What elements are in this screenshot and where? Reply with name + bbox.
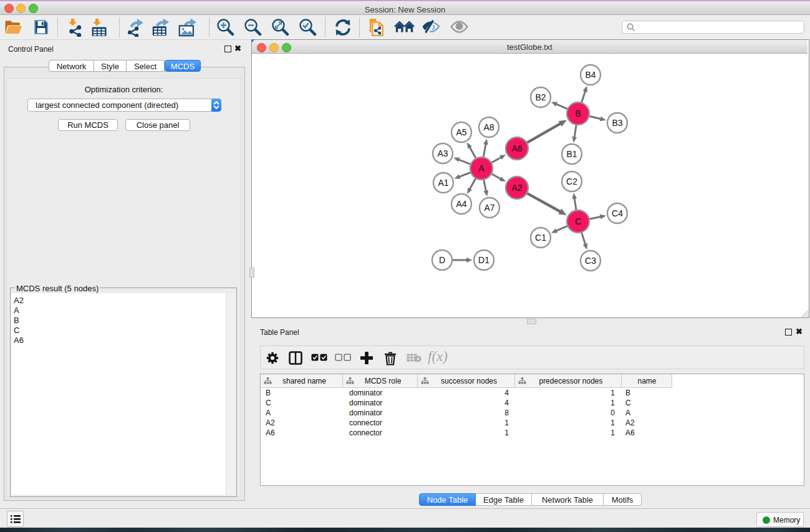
svg-text:B3: B3 [612, 118, 622, 128]
svg-text:B4: B4 [585, 70, 595, 80]
svg-text:A: A [478, 163, 485, 173]
svg-text:C4: C4 [612, 208, 623, 218]
svg-text:B: B [575, 109, 581, 118]
svg-text:A2: A2 [511, 183, 522, 193]
svg-text:A6: A6 [511, 143, 522, 153]
svg-text:D1: D1 [478, 255, 489, 265]
svg-text:A3: A3 [437, 148, 448, 158]
svg-text:C3: C3 [585, 256, 596, 266]
svg-text:B2: B2 [535, 92, 546, 102]
svg-text:C2: C2 [566, 177, 577, 186]
svg-text:A4: A4 [456, 199, 466, 209]
svg-text:C1: C1 [535, 233, 546, 243]
svg-text:A5: A5 [456, 127, 466, 137]
svg-text:C: C [575, 216, 581, 226]
svg-text:A1: A1 [438, 178, 448, 188]
svg-text:A7: A7 [484, 203, 494, 213]
svg-text:D: D [439, 255, 445, 265]
svg-text:B1: B1 [566, 149, 577, 159]
svg-text:A8: A8 [483, 122, 494, 132]
